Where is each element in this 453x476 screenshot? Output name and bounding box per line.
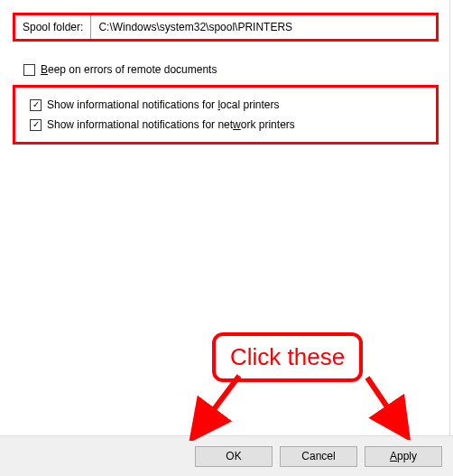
local-checkbox-row[interactable]: Show informational notifications for loc… [19, 95, 432, 115]
beep-checkbox-row[interactable]: Beep on errors of remote documents [13, 60, 437, 79]
spool-folder-label: Spool folder: [15, 15, 90, 39]
notifications-highlight-box: Show informational notifications for loc… [13, 85, 439, 145]
local-checkbox[interactable] [30, 99, 42, 111]
local-label: Show informational notifications for loc… [47, 98, 279, 111]
spool-folder-input[interactable] [90, 15, 436, 39]
spool-folder-row: Spool folder: [13, 13, 439, 42]
ok-button[interactable]: OK [195, 446, 273, 467]
beep-label: Beep on errors of remote documents [41, 63, 217, 76]
annotation-callout: Click these [212, 332, 363, 382]
apply-button[interactable]: Apply [365, 446, 442, 467]
beep-checkbox[interactable] [23, 64, 35, 76]
network-label: Show informational notifications for net… [47, 118, 295, 131]
dialog-button-bar: OK Cancel Apply [0, 435, 453, 476]
network-checkbox[interactable] [30, 119, 42, 131]
cancel-button[interactable]: Cancel [280, 446, 357, 467]
network-checkbox-row[interactable]: Show informational notifications for net… [19, 115, 432, 135]
